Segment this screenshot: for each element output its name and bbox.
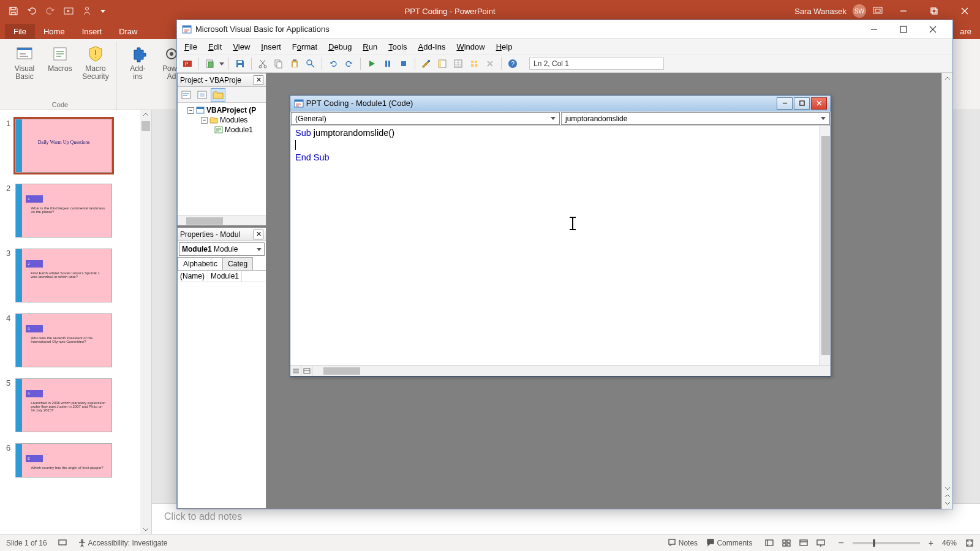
code-vscroll[interactable]	[820, 126, 831, 365]
vbe-main-scrollbar[interactable]	[941, 73, 952, 509]
comments-button[interactable]: Comments	[706, 538, 752, 547]
menu-insert[interactable]: Insert	[256, 40, 286, 53]
code-minimize-button[interactable]	[777, 97, 793, 110]
prop-name-value[interactable]: Module1	[208, 271, 242, 282]
procedure-combo[interactable]: jumptorandomslide	[561, 112, 830, 125]
design-mode-button[interactable]	[420, 57, 433, 70]
vbe-close-button[interactable]	[918, 21, 948, 38]
run-button[interactable]	[365, 57, 379, 70]
vbe-titlebar[interactable]: Microsoft Visual Basic for Applications	[177, 20, 952, 39]
copy-button[interactable]	[272, 57, 285, 70]
project-explorer-button[interactable]	[435, 57, 449, 70]
properties-title[interactable]: Properties - Modul ✕	[178, 228, 266, 241]
insert-object-button[interactable]	[203, 57, 217, 70]
help-button[interactable]: ?	[506, 57, 519, 70]
tab-insert[interactable]: Insert	[74, 24, 111, 39]
slide-thumb-4[interactable]: 3Who was the seventh President of the In…	[15, 313, 112, 367]
menu-view[interactable]: View	[228, 40, 255, 53]
break-button[interactable]	[381, 57, 394, 70]
zoom-in-button[interactable]: +	[929, 538, 933, 548]
normal-view-button[interactable]	[761, 536, 778, 550]
slide-thumb-2[interactable]: 1What is the third largest continental l…	[15, 184, 112, 238]
menu-format[interactable]: Format	[287, 40, 322, 53]
code-hscroll[interactable]	[323, 367, 360, 375]
share-button[interactable]: are	[951, 24, 980, 39]
project-hscroll[interactable]	[178, 216, 266, 225]
toolbox-button[interactable]	[483, 57, 497, 70]
menu-edit[interactable]: Edit	[203, 40, 227, 53]
cut-button[interactable]	[256, 57, 270, 70]
language-indicator[interactable]	[58, 538, 67, 547]
menu-help[interactable]: Help	[491, 40, 518, 53]
visual-basic-button[interactable]: Visual Basic	[9, 43, 40, 82]
close-button[interactable]	[949, 0, 980, 22]
vbe-maximize-button[interactable]	[889, 21, 918, 38]
project-explorer-title[interactable]: Project - VBAProje ✕	[178, 73, 266, 87]
slide-thumbnail-panel[interactable]: 1 Daily Warm Up Questions 2 1What is the…	[0, 110, 152, 534]
slide-thumb-3[interactable]: 2First Earth orbiter Soviet Union's Sput…	[15, 249, 112, 302]
start-from-beginning-icon[interactable]	[64, 6, 74, 16]
slide-thumb-5[interactable]: 4Launched in 2006 which planetary explor…	[15, 378, 112, 432]
toggle-folders-button[interactable]	[211, 88, 225, 102]
save-icon[interactable]	[9, 6, 18, 16]
properties-tab-alphabetic[interactable]: Alphabetic	[178, 257, 223, 270]
full-module-view-button[interactable]	[301, 366, 312, 376]
paste-button[interactable]	[288, 57, 301, 70]
object-browser-button[interactable]	[467, 57, 481, 70]
code-editor[interactable]: Sub jumptorandomslide() ​ End Sub	[290, 126, 820, 365]
accessibility-status[interactable]: Accessibility: Investigate	[78, 539, 168, 547]
minimize-button[interactable]	[888, 0, 919, 22]
tab-file[interactable]: File	[5, 24, 35, 39]
macro-security-button[interactable]: Macro Security	[80, 43, 111, 82]
touch-mode-icon[interactable]	[82, 6, 92, 16]
fit-to-window-button[interactable]	[965, 539, 974, 547]
slide-thumb-6[interactable]: 5Which country has the origin of Inuit p…	[15, 443, 112, 478]
sorter-view-button[interactable]	[778, 536, 795, 550]
notes-button[interactable]: Notes	[668, 538, 698, 547]
menu-addins[interactable]: Add-Ins	[413, 40, 451, 53]
find-button[interactable]	[304, 57, 317, 70]
reading-view-button[interactable]	[795, 536, 812, 550]
tab-draw[interactable]: Draw	[110, 24, 146, 39]
tab-home[interactable]: Home	[35, 24, 74, 39]
view-code-button[interactable]	[179, 88, 194, 102]
code-close-button[interactable]	[811, 97, 827, 110]
view-object-button[interactable]	[195, 88, 209, 102]
properties-tab-categorized[interactable]: Categ	[222, 257, 253, 270]
view-powerpoint-button[interactable]: P	[181, 57, 194, 70]
slideshow-view-button[interactable]	[812, 536, 829, 550]
vbe-minimize-button[interactable]	[859, 21, 889, 38]
zoom-out-button[interactable]: −	[838, 538, 843, 549]
redo-icon[interactable]	[45, 6, 55, 16]
maximize-button[interactable]	[919, 0, 949, 22]
insert-object-dropdown[interactable]	[219, 62, 224, 66]
menu-debug[interactable]: Debug	[323, 40, 356, 53]
addins-button[interactable]: Add- ins	[122, 43, 154, 82]
zoom-slider[interactable]	[853, 542, 920, 544]
properties-grid[interactable]: (Name) Module1	[178, 270, 266, 508]
zoom-level[interactable]: 46%	[942, 539, 957, 547]
redo-button[interactable]	[342, 57, 356, 70]
thumbnail-scrollbar[interactable]	[140, 110, 151, 534]
menu-run[interactable]: Run	[358, 40, 382, 53]
user-area[interactable]: Sara Wanasek SW	[794, 4, 888, 18]
procedure-view-button[interactable]	[290, 366, 301, 376]
code-maximize-button[interactable]	[794, 97, 810, 110]
menu-window[interactable]: Window	[451, 40, 489, 53]
macros-button[interactable]: Macros	[44, 43, 76, 74]
menu-file[interactable]: File	[179, 40, 202, 53]
properties-window-button[interactable]	[451, 57, 465, 70]
properties-object-combo[interactable]: Module1 Module	[179, 242, 265, 256]
display-options-icon[interactable]	[872, 6, 883, 17]
properties-close[interactable]: ✕	[254, 230, 263, 239]
object-combo[interactable]: (General)	[291, 112, 560, 125]
undo-button[interactable]	[326, 57, 340, 70]
project-explorer-close[interactable]: ✕	[254, 75, 263, 85]
menu-tools[interactable]: Tools	[383, 40, 412, 53]
project-tree[interactable]: −VBAProject (P −Modules Module1	[178, 103, 266, 216]
qat-more-icon[interactable]	[100, 10, 105, 13]
save-button[interactable]	[233, 57, 247, 70]
undo-icon[interactable]	[27, 6, 37, 16]
code-window-titlebar[interactable]: PPT Coding - Module1 (Code)	[290, 96, 831, 111]
slide-thumb-1[interactable]: Daily Warm Up Questions	[15, 119, 112, 173]
